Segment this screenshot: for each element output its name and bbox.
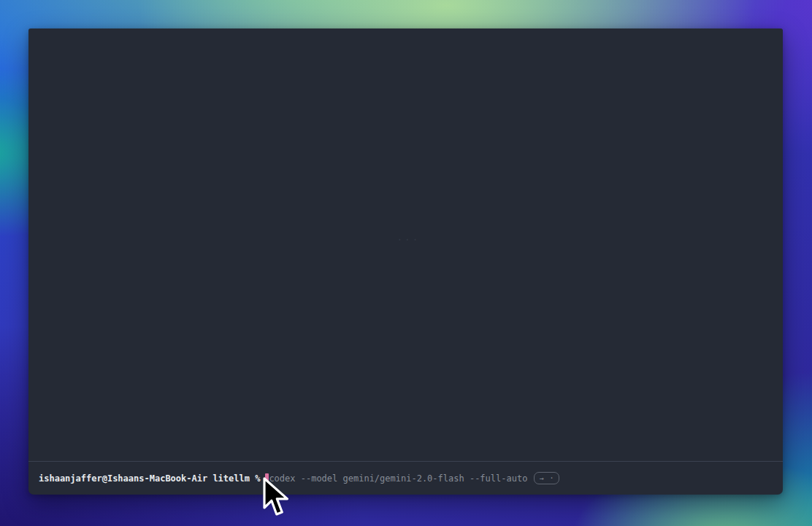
desktop-wallpaper: ··· ishaanjaffer@Ishaans-MacBook-Air lit… (0, 0, 812, 526)
terminal-window[interactable]: ··· ishaanjaffer@Ishaans-MacBook-Air lit… (28, 28, 783, 495)
command-suggestion-text: codex --model gemini/gemini-2.0-flash --… (269, 473, 527, 484)
terminal-output-area[interactable]: ··· (28, 28, 783, 461)
faint-ellipsis-text: ··· (397, 235, 421, 245)
prompt-directory: litellm (212, 473, 250, 484)
accept-suggestion-hint-badge: → · (534, 472, 559, 484)
prompt-bar[interactable]: ishaanjaffer@Ishaans-MacBook-Air litellm… (28, 462, 783, 495)
prompt-user-host: ishaanjaffer@Ishaans-MacBook-Air (39, 473, 207, 484)
prompt-symbol: % (255, 473, 260, 484)
command-input-line[interactable]: ishaanjaffer@Ishaans-MacBook-Air litellm… (39, 472, 559, 484)
